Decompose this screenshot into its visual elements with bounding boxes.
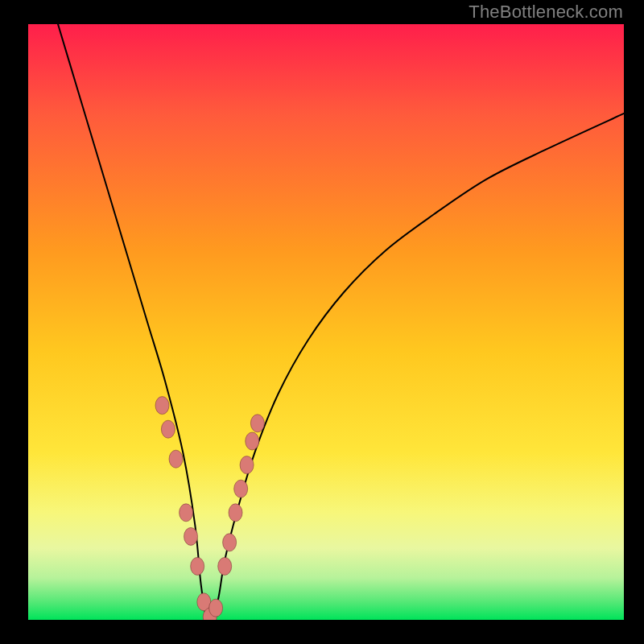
chart-frame: TheBottleneck.com [0,0,644,644]
highlight-marker [234,480,248,497]
highlight-marker [169,450,183,468]
highlight-marker [223,534,237,551]
highlight-marker [246,432,259,450]
gradient-background [28,24,624,620]
highlight-marker [184,527,198,545]
highlight-marker [191,557,204,575]
watermark-label: TheBottleneck.com [469,2,623,23]
highlight-marker [240,456,254,474]
highlight-marker [161,420,175,438]
highlight-marker [180,504,193,522]
highlight-marker [250,415,264,432]
highlight-marker [209,599,223,617]
highlight-marker [229,504,242,522]
plot-area [28,24,624,620]
highlight-marker [155,397,169,415]
highlight-marker [218,557,232,575]
plot-svg [28,24,624,620]
